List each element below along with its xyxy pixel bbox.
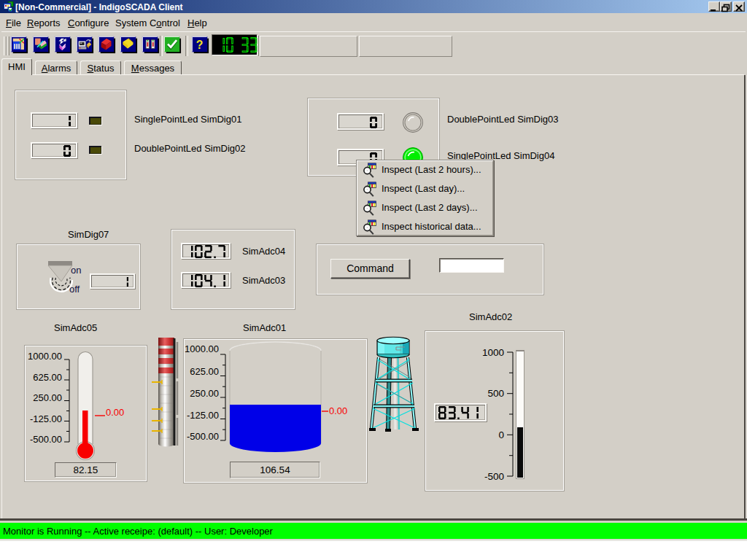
svg-text:0: 0	[498, 429, 504, 440]
svg-text:625.00: 625.00	[33, 372, 62, 383]
svg-text:-125.00: -125.00	[30, 413, 62, 424]
svg-text:1000.00: 1000.00	[185, 343, 219, 354]
svg-text:500: 500	[487, 388, 504, 399]
svg-text:625.00: 625.00	[190, 366, 219, 377]
svg-text:-500.00: -500.00	[187, 431, 219, 442]
svg-text:250.00: 250.00	[190, 388, 219, 399]
svg-text:0.00: 0.00	[329, 405, 347, 416]
svg-text:-500.00: -500.00	[30, 434, 62, 445]
svg-text:-500: -500	[484, 471, 504, 482]
svg-text:250.00: 250.00	[33, 392, 62, 403]
svg-text:?: ?	[196, 39, 204, 51]
svg-text:-125.00: -125.00	[187, 410, 219, 421]
svg-text:0.00: 0.00	[106, 407, 124, 418]
svg-text:1000.00: 1000.00	[28, 351, 62, 362]
svg-text:1000: 1000	[482, 347, 504, 358]
